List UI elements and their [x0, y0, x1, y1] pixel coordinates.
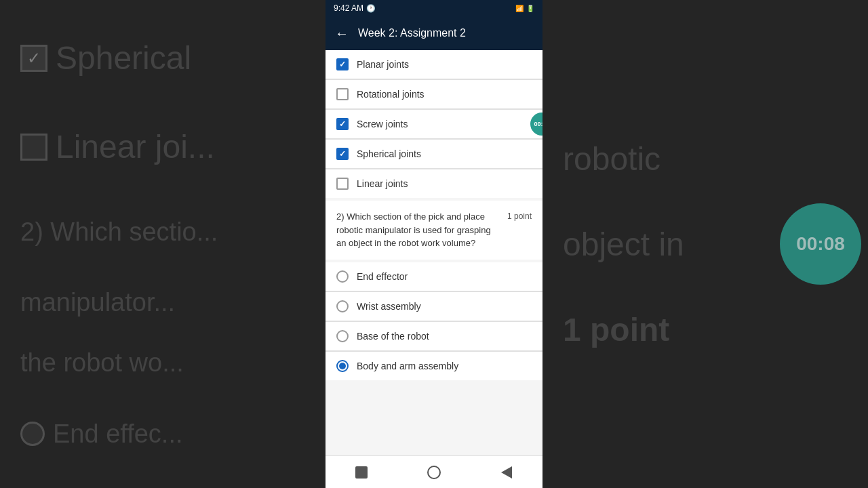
bg-manipulator: manipulator... [20, 288, 305, 317]
question-2-text: 2) Which section of the pick and place r… [336, 210, 502, 250]
nav-back-button[interactable] [499, 465, 514, 480]
alarm-icon: 🕐 [366, 4, 376, 13]
bg-label-spherical: Spherical [56, 39, 191, 77]
radio-label-body-arm: Body and arm assembly [357, 361, 458, 371]
nav-bar [326, 455, 542, 488]
content-area[interactable]: Planar joints Rotational joints Screw jo… [326, 50, 542, 455]
radio-label-wrist-assembly: Wrist assembly [357, 301, 421, 312]
question-2-points: 1 point [507, 211, 532, 221]
checkbox-planar[interactable] [336, 58, 349, 70]
question-2-section: 2) Which section of the pick and place r… [326, 201, 542, 260]
status-left: 9:42 AM 🕐 [334, 3, 376, 13]
status-time: 9:42 AM [334, 3, 363, 13]
header-title: Week 2: Assignment 2 [358, 27, 466, 39]
radio-item-wrist-assembly[interactable]: Wrist assembly [326, 292, 542, 321]
radio-body-arm[interactable] [336, 360, 349, 372]
checkbox-item-planar[interactable]: Planar joints [326, 50, 542, 79]
checkbox-item-screw[interactable]: Screw joints [326, 110, 542, 139]
radio-item-base-robot[interactable]: Base of the robot [326, 322, 542, 351]
checkbox-list: Planar joints Rotational joints Screw jo… [326, 50, 542, 198]
bg-right-blank [563, 38, 848, 92]
status-right: 📶 🔋 [515, 5, 534, 12]
app-header: ← Week 2: Assignment 2 [326, 16, 542, 50]
home-icon [427, 466, 441, 479]
bg-robot-work: the robot wo... [20, 348, 305, 378]
checkbox-linear[interactable] [336, 178, 349, 190]
checkbox-item-rotational[interactable]: Rotational joints [326, 80, 542, 109]
nav-stop-button[interactable] [354, 465, 369, 480]
status-bar: 9:42 AM 🕐 📶 🔋 [326, 0, 542, 16]
bg-radio-1 [20, 422, 45, 446]
question-2-number: 2) [336, 211, 347, 222]
checkbox-label-planar: Planar joints [357, 59, 409, 70]
checkbox-label-screw: Screw joints [357, 119, 408, 129]
checkbox-label-linear: Linear joints [357, 178, 408, 189]
radio-item-body-arm[interactable]: Body and arm assembly [326, 352, 542, 380]
checkbox-section: Planar joints Rotational joints Screw jo… [326, 50, 542, 198]
phone-frame: 9:42 AM 🕐 📶 🔋 ← Week 2: Assignment 2 Pla… [326, 0, 542, 488]
nav-home-button[interactable] [427, 465, 441, 480]
back-button[interactable]: ← [335, 26, 349, 41]
radio-item-end-effector[interactable]: End effector [326, 262, 542, 291]
bg-left: ✓ Spherical Linear joi... 2) Which secti… [0, 0, 326, 488]
radio-section: End effector Wrist assembly Base of the … [326, 262, 542, 380]
checkbox-label-spherical: Spherical joints [357, 148, 421, 159]
bg-right-point: 1 point [563, 311, 848, 348]
checkbox-rotational[interactable] [336, 88, 349, 100]
back-nav-icon [501, 466, 512, 479]
bg-right-robotic: robotic [563, 140, 848, 178]
bg-right-blank2 [563, 396, 848, 451]
bg-row-2: Linear joi... [20, 128, 305, 165]
bg-question-text: 2) Which sectio... [20, 218, 305, 247]
checkbox-item-linear[interactable]: Linear joints [326, 169, 542, 198]
checkbox-label-rotational: Rotational joints [357, 89, 425, 100]
radio-base-robot[interactable] [336, 330, 349, 342]
checkbox-screw[interactable] [336, 118, 349, 130]
checkbox-spherical[interactable] [336, 148, 349, 160]
checkbox-item-spherical[interactable]: Spherical joints [326, 140, 542, 169]
stop-icon [355, 466, 368, 479]
radio-label-base-robot: Base of the robot [357, 331, 429, 342]
question-2-row: 2) Which section of the pick and place r… [336, 210, 532, 250]
bg-row-end: End effec... [20, 420, 305, 449]
question-2-body: Which section of the pick and place robo… [336, 211, 491, 248]
battery-icon: 🔋 [526, 5, 534, 12]
radio-label-end-effector: End effector [357, 271, 408, 282]
radio-end-effector[interactable] [336, 270, 349, 283]
bg-label-linear: Linear joi... [56, 128, 215, 165]
bg-checkbox-2 [20, 134, 47, 161]
bg-row-1: ✓ Spherical [20, 39, 305, 77]
bg-checkbox-1: ✓ [20, 45, 47, 72]
sim-icon: 📶 [515, 5, 524, 12]
bg-timer-circle: 00:08 [780, 203, 861, 285]
radio-wrist-assembly[interactable] [336, 300, 349, 312]
